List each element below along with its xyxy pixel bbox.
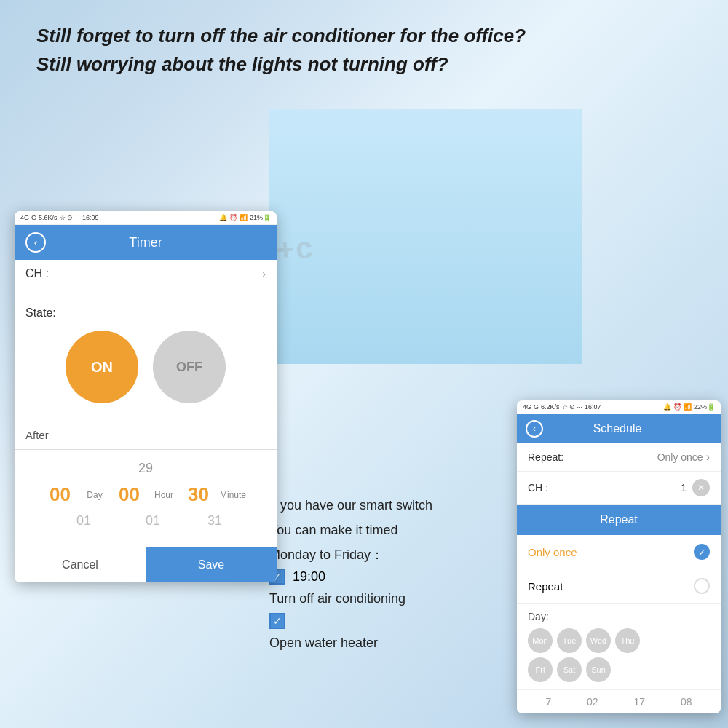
sch-signal-4g: 4G xyxy=(523,403,531,411)
close-icon: ✕ xyxy=(697,483,705,493)
schedule-status-right: 🔔 ⏰ 📶 22%🔋 xyxy=(663,403,715,411)
timer-on-button[interactable]: ON xyxy=(66,331,138,403)
bottom-num-3: 17 xyxy=(634,696,646,708)
sch-notif: 🔔 xyxy=(663,403,671,411)
timer-time-picker: 29 00 Day 00 Hour 30 Minute 01 01 31 xyxy=(15,450,277,539)
alarm-icon: ⏰ xyxy=(229,214,237,221)
timer-day-unit: Day xyxy=(79,490,111,500)
schedule-back-button[interactable]: ‹ xyxy=(526,420,543,438)
schedule-repeat-value-area: Only once › xyxy=(657,451,710,464)
day-btn-wed[interactable]: Wed xyxy=(586,628,611,653)
schedule-day-buttons: Mon Tue Wed Thu xyxy=(528,628,710,653)
headline-line2: Still worrying about the lights not turn… xyxy=(36,50,692,79)
schedule-option-repeat-radio xyxy=(694,578,710,594)
mid-line2: You can make it timed xyxy=(269,520,495,541)
timer-day-value: 00 xyxy=(42,483,79,506)
schedule-title: Schedule xyxy=(550,422,684,435)
office-window xyxy=(269,109,582,364)
timer-ch-row[interactable]: CH : › xyxy=(15,260,277,288)
timer-hour-value: 00 xyxy=(111,483,148,506)
timer-save-button[interactable]: Save xyxy=(146,547,277,582)
timer-minute-unit: Minute xyxy=(217,490,250,500)
schedule-day-buttons-row2: Fri Sat Sun xyxy=(528,657,710,682)
timer-title: Timer xyxy=(53,235,238,250)
timer-lower-hour: 01 xyxy=(119,513,188,529)
timer-ch-arrow: › xyxy=(262,268,266,280)
bottom-num-4: 08 xyxy=(681,696,692,708)
timer-minute-value: 30 xyxy=(181,483,217,506)
schedule-repeat-value: Only once xyxy=(657,451,703,463)
schedule-header: ‹ Schedule xyxy=(517,414,721,443)
schedule-option-once-radio: ✓ xyxy=(694,544,710,560)
sch-signal-g: G xyxy=(534,403,539,411)
bottom-num-1: 7 xyxy=(545,696,551,708)
schedule-bottom-numbers: 7 02 17 08 xyxy=(517,689,721,713)
sch-wifi: 📶 xyxy=(684,403,692,411)
timer-off-button[interactable]: OFF xyxy=(153,331,226,403)
timer-header: ‹ Timer xyxy=(15,225,277,260)
schedule-panel: 4G G 6.2K/s ☆ ⊙ ··· 16:07 🔔 ⏰ 📶 22%🔋 ‹ S… xyxy=(517,400,721,713)
icons: ☆ ⊙ ··· xyxy=(60,214,81,221)
timer-back-button[interactable]: ‹ xyxy=(25,232,46,253)
schedule-ch-row: CH : 1 ✕ xyxy=(517,472,721,505)
schedule1-row: ✓ 19:00 xyxy=(269,569,495,585)
schedule2-row: ✓ xyxy=(269,613,495,629)
schedule-option-repeat-label: Repeat xyxy=(528,580,563,593)
schedule-repeat-arrow: › xyxy=(706,451,710,464)
schedule-option-once[interactable]: Only once ✓ xyxy=(517,535,721,569)
timer-status-left: 4G G 5.6K/s ☆ ⊙ ··· 16:09 xyxy=(20,214,99,221)
schedule-repeat-label: Repeat: xyxy=(528,451,563,463)
middle-content-section: If you have our smart switch You can mak… xyxy=(269,495,495,657)
signal-4g: 4G xyxy=(20,214,29,221)
speed: 5.6K/s xyxy=(39,214,58,221)
timer-ch-label: CH : xyxy=(25,267,49,280)
mid-line3: Monday to Friday： xyxy=(269,545,495,566)
timer-preview: 29 xyxy=(15,457,277,480)
timer-after-label: After xyxy=(25,429,49,441)
schedule-option-repeat[interactable]: Repeat xyxy=(517,569,721,604)
sch-speed: 6.2K/s xyxy=(541,403,560,411)
day-btn-tue[interactable]: Tue xyxy=(557,628,582,653)
checkmark-icon: ✓ xyxy=(698,547,706,558)
timer-after-section: After xyxy=(15,422,277,450)
day-btn-sat[interactable]: Sat xyxy=(557,657,582,682)
schedule-repeat-row[interactable]: Repeat: Only once › xyxy=(517,443,721,472)
mid-line1: If you have our smart switch xyxy=(269,495,495,516)
timer-lower-day: 01 xyxy=(50,513,119,529)
timer-state-buttons: ON OFF xyxy=(25,331,266,403)
timer-time-row: 00 Day 00 Hour 30 Minute xyxy=(15,480,277,510)
bottom-num-2: 02 xyxy=(587,696,598,708)
checkbox2-icon: ✓ xyxy=(269,613,285,629)
schedule-repeat-dialog-header: Repeat xyxy=(517,505,721,535)
headline-line1: Still forget to turn off the air conditi… xyxy=(36,22,692,50)
timer-state-label: State: xyxy=(25,306,266,320)
timer-hour-unit: Hour xyxy=(148,490,181,500)
day-btn-thu[interactable]: Thu xyxy=(615,628,640,653)
schedule-status-bar: 4G G 6.2K/s ☆ ⊙ ··· 16:07 🔔 ⏰ 📶 22%🔋 xyxy=(517,400,721,414)
day-btn-sun[interactable]: Sun xyxy=(586,657,611,682)
sch-time: 16:07 xyxy=(585,403,601,411)
schedule-close-button[interactable]: ✕ xyxy=(692,479,710,496)
signal-icon: 🔔 xyxy=(219,214,227,221)
timer-cancel-button[interactable]: Cancel xyxy=(15,547,146,582)
schedule-day-section: Day: Mon Tue Wed Thu Fri Sat Sun xyxy=(517,604,721,689)
schedule-day-label: Day: xyxy=(528,611,710,622)
schedule-dialog-title: Repeat xyxy=(528,513,710,526)
headline-section: Still forget to turn off the air conditi… xyxy=(36,22,692,79)
schedule-option-once-label: Only once xyxy=(528,546,577,558)
day-btn-mon[interactable]: Mon xyxy=(528,628,553,653)
schedule-status-left: 4G G 6.2K/s ☆ ⊙ ··· 16:07 xyxy=(523,403,601,411)
timer-lower-row: 01 01 31 xyxy=(15,510,277,532)
time-display: 16:09 xyxy=(82,214,99,221)
schedule1-desc: Turn off air conditioning xyxy=(269,588,495,609)
timer-lower-minute: 31 xyxy=(188,513,242,529)
timer-action-buttons: Cancel Save xyxy=(15,547,277,582)
timer-state-section: State: ON OFF xyxy=(15,296,277,414)
sch-battery: 22%🔋 xyxy=(694,403,715,411)
signal-g: G xyxy=(31,214,36,221)
schedule2-desc: Open water heater xyxy=(269,633,495,654)
schedule-ch-label: CH : xyxy=(528,482,548,494)
sch-alarm: ⏰ xyxy=(673,403,681,411)
day-btn-fri[interactable]: Fri xyxy=(528,657,553,682)
schedule-ch-controls: 1 ✕ xyxy=(681,479,710,496)
